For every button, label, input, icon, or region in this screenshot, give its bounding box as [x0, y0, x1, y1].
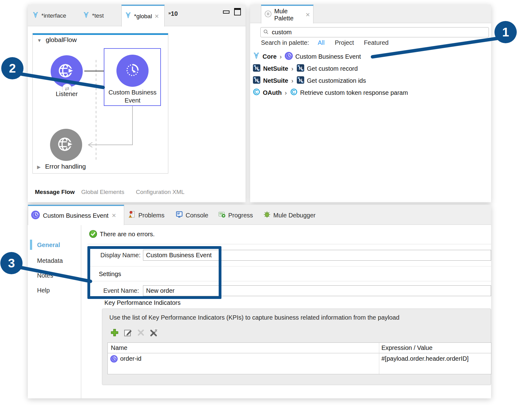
tab-label: *interface — [41, 12, 66, 19]
result-group: Core — [263, 53, 277, 60]
progress-icon — [218, 211, 226, 220]
http-request-node-disabled[interactable] — [50, 129, 82, 161]
sidebar-item-help[interactable]: Help — [37, 286, 50, 294]
result-group: NetSuite — [263, 65, 288, 72]
mule-file-icon — [83, 12, 90, 20]
maximize-button[interactable] — [234, 8, 241, 15]
palette-result-netsuite-ids[interactable]: N NetSuite › N Get customization ids — [250, 75, 366, 86]
annotation-badge-3: 3 — [0, 252, 23, 274]
palette-panel: Mule Palette ✕ Search in palette: All Pr… — [250, 5, 491, 202]
status-text: There are no errors. — [100, 231, 155, 238]
delete-kpi-button-disabled[interactable] — [137, 328, 145, 338]
sidebar-item-metadata[interactable]: Metadata — [37, 257, 63, 265]
sidebar-active-bar — [30, 240, 32, 250]
tab-mule-debugger[interactable]: Mule Debugger — [263, 206, 316, 225]
minimize-button[interactable] — [223, 10, 229, 14]
result-item: Retrieve custom token response param — [300, 89, 408, 96]
close-icon[interactable]: ✕ — [154, 14, 159, 19]
kpi-row-name: order-id — [120, 355, 141, 362]
filter-all[interactable]: All — [318, 39, 325, 46]
delete-all-kpi-button[interactable] — [149, 328, 158, 338]
tab-global-active[interactable]: *global ✕ — [121, 5, 165, 27]
tab-mule-palette[interactable]: Mule Palette ✕ — [261, 5, 313, 23]
kpi-column-name: Name — [111, 344, 127, 351]
error-handling-label[interactable]: Error handling — [45, 163, 86, 170]
kpi-table: Name Expression / Value order-id #[paylo… — [107, 342, 491, 374]
chevron-right-icon: › — [280, 53, 282, 60]
console-icon — [175, 211, 183, 220]
sidebar-item-notes[interactable]: Notes — [37, 271, 53, 279]
http-request-icon — [57, 135, 76, 155]
netsuite-icon: N — [296, 76, 305, 86]
listener-node[interactable] — [51, 55, 83, 87]
chevron-right-icon: › — [291, 77, 293, 84]
properties-panel: Custom Business Event ✕ Problems Console… — [28, 205, 491, 398]
svg-text:N: N — [299, 65, 302, 71]
sidebar-item-general[interactable]: General — [37, 241, 60, 249]
editor-panel: *interface *test *global ✕ »10 ▼ globalF… — [28, 5, 246, 202]
view-tab-message-flow[interactable]: Message Flow — [35, 188, 75, 196]
tab-label: Problems — [138, 212, 164, 219]
filter-featured[interactable]: Featured — [364, 39, 389, 46]
error-handling-triangle-icon[interactable]: ▶ — [37, 164, 41, 170]
mule-file-icon — [32, 12, 39, 20]
cbe-node-label: Custom Business Event — [107, 88, 158, 104]
annotation-badge-2: 2 — [1, 57, 23, 79]
tab-label: Mule Debugger — [273, 212, 316, 219]
tab-progress[interactable]: Progress — [218, 206, 253, 225]
svg-text:N: N — [255, 78, 258, 83]
add-kpi-button[interactable] — [110, 328, 119, 338]
tab-label: Custom Business Event — [43, 212, 108, 219]
mule-core-icon — [253, 52, 260, 61]
svg-text:N: N — [299, 78, 302, 83]
sidebar-divider — [81, 225, 81, 398]
kpi-table-header — [108, 343, 491, 353]
palette-result-oauth-token[interactable]: OAuth › Retrieve custom token response p… — [250, 87, 408, 98]
overflow-count: 10 — [171, 10, 178, 17]
cbe-node[interactable] — [116, 55, 149, 87]
palette-result-netsuite-record[interactable]: N NetSuite › N Get custom record — [250, 63, 358, 74]
tab-console[interactable]: Console — [175, 206, 208, 225]
view-tab-configuration-xml[interactable]: Configuration XML — [136, 188, 184, 196]
http-listener-icon — [57, 61, 76, 82]
kpi-description: Use the list of Key Performance Indicato… — [109, 314, 399, 321]
tab-test[interactable]: *test — [83, 7, 104, 24]
edit-kpi-button[interactable] — [123, 328, 132, 338]
chevron-right-icon: › — [285, 89, 287, 96]
tab-label: Console — [186, 212, 208, 219]
close-icon[interactable]: ✕ — [305, 12, 310, 18]
netsuite-icon: N — [296, 64, 305, 74]
svg-text:N: N — [255, 65, 258, 71]
no-errors-check-icon — [89, 230, 97, 239]
tab-problems[interactable]: Problems — [128, 206, 164, 225]
filter-project[interactable]: Project — [335, 39, 354, 46]
listener-node-label: Listener — [45, 90, 88, 98]
tab-label: Progress — [228, 212, 253, 219]
problems-icon — [128, 211, 136, 220]
kpi-table-row[interactable]: order-id #[payload.order.header.orderID] — [108, 353, 491, 365]
netsuite-icon: N — [253, 76, 261, 86]
close-icon[interactable]: ✕ — [111, 213, 116, 218]
tab-overflow[interactable]: »10 — [168, 10, 178, 17]
oauth-icon — [253, 88, 260, 97]
result-item: Get customization ids — [307, 77, 366, 84]
form-divider — [87, 244, 491, 244]
palette-menu-icon — [264, 10, 272, 19]
view-tab-global-elements[interactable]: Global Elements — [81, 188, 124, 196]
tab-custom-business-event[interactable]: Custom Business Event ✕ — [28, 205, 124, 225]
result-group: OAuth — [263, 89, 282, 96]
custom-business-event-icon — [124, 61, 141, 80]
kpi-column-expression: Expression / Value — [381, 344, 432, 351]
search-input[interactable] — [271, 28, 470, 36]
netsuite-icon: N — [253, 64, 261, 74]
kpi-row-icon — [110, 355, 118, 364]
annotation-box-3 — [87, 246, 221, 299]
tab-interface[interactable]: *interface — [32, 7, 66, 24]
palette-filter-row: Search in palette: All Project Featured — [261, 38, 389, 47]
mule-file-icon — [125, 12, 132, 20]
filter-label: Search in palette: — [261, 39, 309, 46]
mule-debugger-icon — [263, 211, 271, 220]
chevron-right-icon: › — [291, 65, 293, 72]
palette-result-core-cbe[interactable]: Core › Custom Business Event — [250, 51, 361, 62]
annotation-badge-1: 1 — [494, 21, 517, 43]
